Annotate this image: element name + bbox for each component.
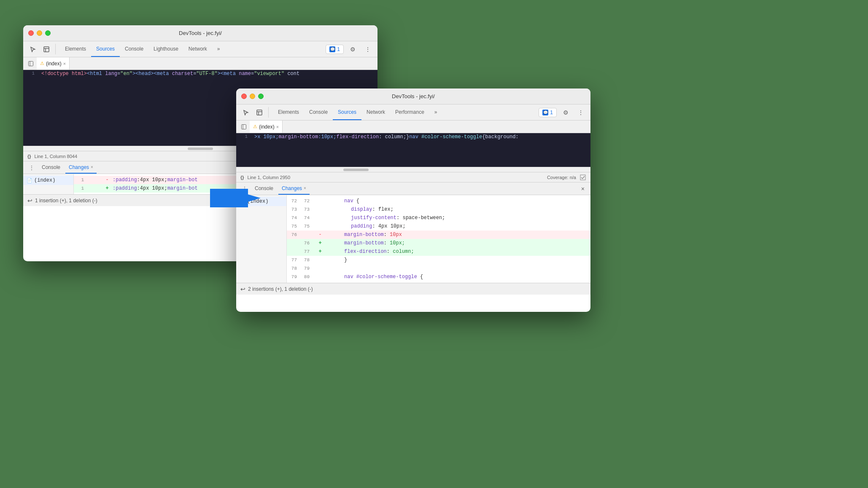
diff-num-left-76-add bbox=[287, 241, 299, 246]
tab-console-front[interactable]: Console bbox=[304, 105, 333, 120]
line-num-1-back: 1 bbox=[23, 70, 38, 77]
close-button-back[interactable] bbox=[28, 30, 34, 36]
diff-marker-76-del: - bbox=[316, 232, 324, 238]
diff-num-right-75: 75 bbox=[299, 224, 312, 229]
panel-icon-back[interactable] bbox=[40, 41, 53, 57]
minimize-button-front[interactable] bbox=[250, 94, 255, 99]
traffic-lights-front bbox=[241, 94, 264, 99]
toolbar-back: Elements Sources Console Lighthouse Netw… bbox=[23, 41, 377, 57]
badge-count-front: 1 bbox=[550, 110, 553, 115]
panel-icon-front[interactable] bbox=[253, 105, 266, 120]
line-content-1-front: >x 10px;margin-bottom:10px;flex-directio… bbox=[251, 133, 590, 141]
diff-marker-76-add: + bbox=[316, 240, 324, 246]
cursor-icon-back[interactable] bbox=[27, 41, 39, 57]
maximize-button-front[interactable] bbox=[258, 94, 264, 99]
cursor-icon-front[interactable] bbox=[240, 105, 252, 120]
window-title-front: DevTools - jec.fyi/ bbox=[392, 93, 435, 99]
tab-more-front[interactable]: » bbox=[429, 105, 442, 120]
diff-code-del-back: :padding:4px 10px;margin-bot bbox=[111, 177, 199, 183]
undo-icon-back[interactable]: ↩ bbox=[27, 197, 32, 204]
diff-num-right-76-add: 76 bbox=[299, 241, 312, 246]
file-tab-close-back[interactable]: × bbox=[63, 61, 66, 66]
close-button-front[interactable] bbox=[241, 94, 247, 99]
diff-nums-add-back: 1 bbox=[74, 186, 103, 191]
diff-num-left-73: 73 bbox=[287, 207, 299, 212]
statusbar-front: {} Line 1, Column 2950 Coverage: n/a bbox=[236, 172, 590, 182]
diff-code-76-add: margin-bottom: 10px; bbox=[324, 240, 407, 246]
tab-lighthouse-back[interactable]: Lighthouse bbox=[148, 41, 183, 57]
maximize-button-back[interactable] bbox=[45, 30, 51, 36]
diff-num-left-78-79: 78 bbox=[287, 266, 299, 271]
toolbar-separator-back bbox=[55, 44, 56, 54]
svg-rect-8 bbox=[242, 124, 246, 129]
code-line-1-front: 1 >x 10px;margin-bottom:10px;flex-direct… bbox=[236, 133, 590, 142]
diff-num-left-del-back: 1 bbox=[74, 177, 86, 182]
scrollbar-thumb-back[interactable] bbox=[188, 147, 213, 150]
file-icon-back: 📄 bbox=[27, 178, 32, 183]
tab-more-back[interactable]: » bbox=[212, 41, 225, 57]
file-tabbar-front: ⚠ (index) × bbox=[236, 121, 590, 133]
diff-num-right-74: 74 bbox=[299, 215, 312, 220]
svg-rect-10 bbox=[580, 175, 585, 180]
svg-rect-3 bbox=[29, 61, 33, 66]
diff-num-left-77-78: 77 bbox=[287, 257, 299, 263]
changes-sidebar-front: 📄 (index) bbox=[236, 195, 287, 283]
diff-line-77-78: 77 78 } bbox=[287, 256, 590, 264]
window-title-back: DevTools - jec.fyi/ bbox=[179, 30, 222, 36]
bottom-tab-changes-back[interactable]: Changes × bbox=[65, 161, 97, 174]
panel-toggle-back[interactable] bbox=[25, 57, 37, 70]
settings-icon-front[interactable]: ⚙ bbox=[559, 109, 572, 116]
panel-toggle-front[interactable] bbox=[238, 121, 250, 133]
scrollbar-thumb-front[interactable] bbox=[343, 169, 369, 171]
panel-close-btn-front[interactable]: × bbox=[579, 185, 587, 193]
scrollbar-front[interactable] bbox=[236, 167, 590, 172]
devtools-window-front: DevTools - jec.fyi/ Elements Console Sou… bbox=[236, 88, 590, 312]
toolbar-right-front: 💬 1 ⚙ ⋮ bbox=[539, 105, 587, 120]
file-tab-name-front: (index) bbox=[259, 124, 275, 130]
bottom-tab-console-back[interactable]: Console bbox=[38, 161, 64, 174]
tab-network-front[interactable]: Network bbox=[361, 105, 390, 120]
file-tab-close-front[interactable]: × bbox=[276, 124, 279, 129]
bottom-tab-console-front[interactable]: Console bbox=[251, 182, 277, 195]
file-tab-index-front[interactable]: ⚠ (index) × bbox=[250, 121, 283, 133]
tab-sources-front[interactable]: Sources bbox=[333, 105, 361, 120]
curly-icon-front: {} bbox=[240, 175, 244, 180]
code-area-front: 1 >x 10px;margin-bottom:10px;flex-direct… bbox=[236, 133, 590, 167]
more-icon-back[interactable]: ⋮ bbox=[361, 46, 374, 53]
svg-rect-0 bbox=[44, 47, 49, 52]
undo-icon-front[interactable]: ↩ bbox=[240, 286, 245, 292]
diff-num-left-75: 75 bbox=[287, 224, 299, 229]
diff-num-right-79-80: 80 bbox=[299, 274, 312, 279]
chat-badge-front[interactable]: 💬 1 bbox=[539, 108, 557, 117]
minimize-button-back[interactable] bbox=[37, 30, 42, 36]
bottom-tab-menu-back[interactable]: ⋮ bbox=[27, 163, 37, 173]
tab-elements-front[interactable]: Elements bbox=[273, 105, 304, 120]
tab-performance-front[interactable]: Performance bbox=[390, 105, 429, 120]
changes-close-back[interactable]: × bbox=[91, 165, 93, 169]
diff-nums-77-78: 77 78 bbox=[287, 257, 316, 263]
footer-text-back: 1 insertion (+), 1 deletion (-) bbox=[35, 198, 97, 204]
settings-icon-back[interactable]: ⚙ bbox=[346, 46, 359, 53]
tab-console-back[interactable]: Console bbox=[120, 41, 148, 57]
changes-file-item-back[interactable]: 📄 (index) bbox=[23, 176, 73, 185]
tab-sources-back[interactable]: Sources bbox=[91, 41, 120, 57]
diff-line-76-add: 76 + margin-bottom: 10px; bbox=[287, 239, 590, 247]
diff-nums-72: 72 72 bbox=[287, 198, 316, 204]
diff-num-right-del-back bbox=[86, 177, 99, 182]
changes-content-front: 📄 (index) 72 72 nav { 73 bbox=[236, 195, 590, 283]
chat-badge-back[interactable]: 💬 1 bbox=[326, 45, 344, 54]
bottom-tab-changes-front[interactable]: Changes × bbox=[278, 182, 310, 195]
chat-icon-front: 💬 bbox=[542, 110, 548, 115]
tab-bar-front: Elements Console Sources Network Perform… bbox=[271, 105, 538, 120]
diff-code-add-back: :padding:4px 10px;margin-bot bbox=[111, 185, 199, 191]
changes-close-front[interactable]: × bbox=[304, 186, 306, 190]
svg-rect-5 bbox=[257, 110, 262, 115]
file-tab-name-back: (index) bbox=[46, 61, 62, 67]
tab-elements-back[interactable]: Elements bbox=[60, 41, 91, 57]
more-icon-front[interactable]: ⋮ bbox=[574, 109, 587, 116]
diff-num-left-79-80: 79 bbox=[287, 274, 299, 279]
file-tab-index-back[interactable]: ⚠ (index) × bbox=[37, 57, 70, 70]
tab-network-back[interactable]: Network bbox=[183, 41, 212, 57]
warn-icon-front: ⚠ bbox=[253, 124, 257, 129]
coverage-icon-front[interactable] bbox=[580, 174, 586, 181]
